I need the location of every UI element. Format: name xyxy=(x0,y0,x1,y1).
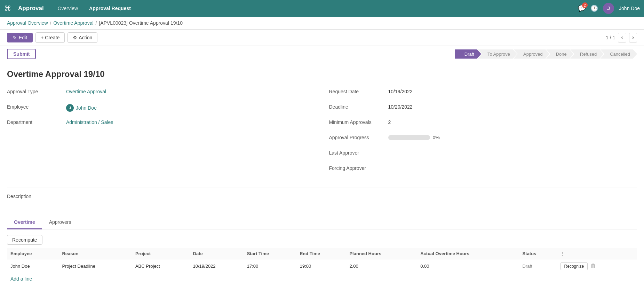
record-title: Overtime Approval 19/10 xyxy=(7,69,637,79)
cell-reason: Project Deadline xyxy=(58,259,132,273)
tabs-bar: Overtime Approvers xyxy=(7,216,637,229)
col-header-employee: Employee xyxy=(7,248,58,259)
breadcrumb-sep-1: / xyxy=(50,20,51,26)
cell-employee: John Doe xyxy=(7,259,58,273)
employee-name: John Doe xyxy=(76,105,97,111)
table-header-row: Employee Reason Project Date Start Time … xyxy=(7,248,637,259)
approval-progress-label: Approval Progress xyxy=(329,133,388,140)
deadline-row: Deadline 10/20/2022 xyxy=(329,103,637,114)
tab-overtime[interactable]: Overtime xyxy=(7,216,42,229)
request-date-value[interactable]: 10/19/2022 xyxy=(388,87,413,94)
col-header-start-time: Start Time xyxy=(244,248,296,259)
minimum-approvals-value[interactable]: 2 xyxy=(388,118,391,125)
plus-icon: + xyxy=(41,35,43,40)
prev-record-button[interactable]: ‹ xyxy=(618,33,626,42)
description-spacer xyxy=(7,202,637,216)
department-value[interactable]: Administration / Sales xyxy=(66,118,113,125)
cell-planned-hours: 2.00 xyxy=(346,259,417,273)
action-button[interactable]: ⚙ Action xyxy=(67,32,97,43)
messages-icon[interactable]: 💬 2 xyxy=(578,5,586,12)
status-step-refused[interactable]: Refused xyxy=(570,49,604,59)
col-header-reason: Reason xyxy=(58,248,132,259)
recognize-button[interactable]: Recognize xyxy=(560,262,588,270)
app-title: Approval xyxy=(18,5,44,12)
cell-project: ABC Project xyxy=(132,259,190,273)
status-step-cancelled[interactable]: Cancelled xyxy=(600,49,637,59)
grid-icon[interactable]: ⌘ xyxy=(4,4,11,13)
col-header-status: Status xyxy=(519,248,557,259)
employee-label: Employee xyxy=(7,103,66,110)
user-name[interactable]: John Doe xyxy=(619,6,640,11)
minimum-approvals-label: Minimum Approvals xyxy=(329,118,388,125)
employee-row: Employee J John Doe xyxy=(7,103,315,114)
approval-type-row: Approval Type Overtime Approval xyxy=(7,87,315,99)
status-bar: Submit Draft To Approve Approved Done Re… xyxy=(0,46,644,62)
col-header-date: Date xyxy=(190,248,244,259)
edit-button[interactable]: ✎ Edit xyxy=(7,33,33,42)
form-left-col: Approval Type Overtime Approval Employee… xyxy=(7,87,315,179)
nav-overview[interactable]: Overview xyxy=(55,4,81,13)
main-content: Overtime Approval 19/10 Approval Type Ov… xyxy=(0,62,644,291)
page-footer xyxy=(0,291,644,298)
tab-approvers[interactable]: Approvers xyxy=(42,216,78,229)
table-toolbar: Recompute xyxy=(7,235,637,245)
breadcrumb: Approval Overview / Overtime Approval / … xyxy=(0,17,644,30)
department-label: Department xyxy=(7,118,66,125)
minimum-approvals-row: Minimum Approvals 2 xyxy=(329,118,637,129)
breadcrumb-overtime-approval[interactable]: Overtime Approval xyxy=(53,20,93,26)
progress-bar-wrap: 0% xyxy=(388,135,440,140)
col-header-actions: ⋮ xyxy=(557,248,637,259)
status-pipeline: Draft To Approve Approved Done Refused C… xyxy=(455,49,637,59)
approval-progress-value: 0% xyxy=(388,133,440,140)
cell-actual-overtime-hours: 0.00 xyxy=(417,259,519,273)
form-right-col: Request Date 10/19/2022 Deadline 10/20/2… xyxy=(329,87,637,179)
status-step-draft[interactable]: Draft xyxy=(455,49,481,59)
description-label: Description xyxy=(7,194,637,199)
approval-type-value[interactable]: Overtime Approval xyxy=(66,87,106,94)
employee-avatar: J xyxy=(66,104,74,112)
deadline-value[interactable]: 10/20/2022 xyxy=(388,103,413,110)
top-navigation: ⌘ Approval Overview Approval Request 💬 2… xyxy=(0,0,644,17)
toolbar: ✎ Edit + Create ⚙ Action 1 / 1 ‹ › xyxy=(0,30,644,46)
top-nav-right: 💬 2 🕐 J John Doe xyxy=(578,3,640,14)
submit-button[interactable]: Submit xyxy=(7,49,36,59)
breadcrumb-current: [APVL00023] Overtime Approval 19/10 xyxy=(99,20,182,26)
add-line-link[interactable]: Add a line xyxy=(7,273,35,284)
col-header-planned-hours: Planned Hours xyxy=(346,248,417,259)
deadline-label: Deadline xyxy=(329,103,388,110)
section-divider xyxy=(7,188,637,188)
col-header-project: Project xyxy=(132,248,190,259)
toolbar-right: 1 / 1 ‹ › xyxy=(606,33,637,42)
status-step-done[interactable]: Done xyxy=(546,49,574,59)
nav-approval-request[interactable]: Approval Request xyxy=(86,4,134,13)
progress-percent: 0% xyxy=(433,135,440,140)
request-date-label: Request Date xyxy=(329,87,388,94)
create-button[interactable]: + Create xyxy=(35,32,65,43)
next-record-button[interactable]: › xyxy=(629,33,637,42)
forcing-approver-label: Forcing Approver xyxy=(329,164,388,171)
recompute-button[interactable]: Recompute xyxy=(7,235,42,245)
overtime-table: Employee Reason Project Date Start Time … xyxy=(7,248,637,273)
breadcrumb-approval-overview[interactable]: Approval Overview xyxy=(7,20,48,26)
breadcrumb-sep-2: / xyxy=(96,20,97,26)
gear-icon: ⚙ xyxy=(73,35,77,40)
message-badge: 2 xyxy=(582,2,588,8)
last-approver-row: Last Approver xyxy=(329,149,637,160)
clock-icon[interactable]: 🕐 xyxy=(590,5,598,12)
delete-row-button[interactable]: 🗑 xyxy=(589,262,597,270)
user-avatar[interactable]: J xyxy=(603,3,614,14)
cell-start-time: 17:00 xyxy=(244,259,296,273)
request-date-row: Request Date 10/19/2022 xyxy=(329,87,637,99)
status-draft-label: Draft xyxy=(523,264,532,269)
approval-progress-row: Approval Progress 0% xyxy=(329,133,637,144)
status-step-approved[interactable]: Approved xyxy=(514,49,550,59)
last-approver-label: Last Approver xyxy=(329,149,388,156)
cell-row-actions: Recognize 🗑 xyxy=(557,259,637,273)
cell-status: Draft xyxy=(519,259,557,273)
edit-icon: ✎ xyxy=(13,35,17,40)
status-step-to-approve[interactable]: To Approve xyxy=(478,49,517,59)
pagination-label: 1 / 1 xyxy=(606,35,615,40)
cell-date: 10/19/2022 xyxy=(190,259,244,273)
employee-value[interactable]: J John Doe xyxy=(66,103,97,112)
forcing-approver-row: Forcing Approver xyxy=(329,164,637,175)
